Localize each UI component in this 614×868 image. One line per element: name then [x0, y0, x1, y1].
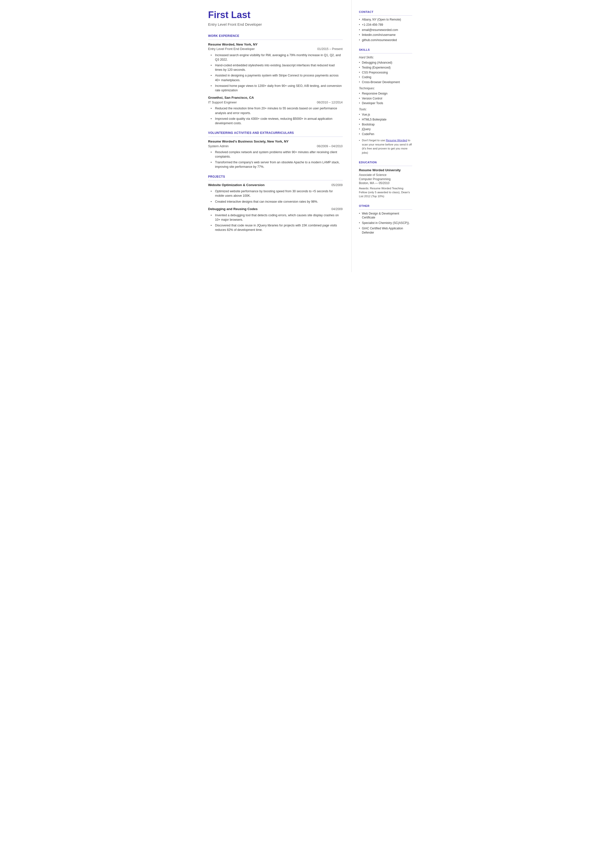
- project-1-bullets: Optimized website performance by boostin…: [208, 189, 343, 203]
- project-1-title: Website Optimization & Conversion: [208, 183, 265, 188]
- other-item: Specialist in Chemistry (SC(ASCP)).: [359, 221, 412, 225]
- project-2-title: Debugging and Reusing Codes: [208, 207, 258, 211]
- skills-label: SKILLS: [359, 48, 412, 53]
- resume-worded-link[interactable]: Resume Worded: [386, 139, 407, 142]
- skill-item: Developer Tools: [359, 101, 412, 106]
- projects-label: PROJECTS: [208, 175, 343, 181]
- contact-email: email@resumeworded.com: [359, 28, 412, 32]
- right-column: CONTACT Albany, NY (Open to Remote) +1-2…: [352, 0, 419, 272]
- other-label: OTHER: [359, 204, 412, 210]
- job-1-title-row: Entry Level Front End Developer 01/2015 …: [208, 47, 343, 51]
- job-2-date: 06/2010 – 12/2014: [317, 101, 343, 105]
- left-column: First Last Entry Level Front End Develop…: [196, 0, 352, 272]
- job-title: Entry Level Front End Developer: [208, 22, 343, 27]
- job-2-role: IT Support Engineer: [208, 100, 237, 105]
- list-item: Improved code quality via 4300+ code rev…: [211, 116, 343, 126]
- skills-section: SKILLS Hard Skills: Debugging (Advanced)…: [359, 48, 412, 155]
- skill-item: Testing (Experienced): [359, 65, 412, 70]
- vol-1-role: System Admin: [208, 144, 229, 149]
- list-item: Reduced the resolution time from 20+ min…: [211, 106, 343, 115]
- list-item: Resolved complex network and system prob…: [211, 150, 343, 159]
- contact-phone: +1-234-456-789: [359, 23, 412, 27]
- contact-linkedin: linkedin.com/in/username: [359, 33, 412, 37]
- other-section: OTHER Web Design & Development Certifica…: [359, 204, 412, 235]
- list-item: Assisted in designing a payments system …: [211, 73, 343, 82]
- contact-github: github.com/resumeworded: [359, 38, 412, 42]
- job-1-role: Entry Level Front End Developer: [208, 47, 255, 51]
- skill-item: Responsive Design: [359, 92, 412, 96]
- education-label: EDUCATION: [359, 160, 412, 166]
- vol-1-company: Resume Worded's Business Society, New Yo…: [208, 139, 343, 144]
- contact-section: CONTACT Albany, NY (Open to Remote) +1-2…: [359, 10, 412, 42]
- job-1-date: 01/2015 – Present: [317, 47, 343, 51]
- edu-location: Boston, MA — 05/2010: [359, 181, 412, 185]
- contact-location: Albany, NY (Open to Remote): [359, 17, 412, 22]
- skill-item: Vue.js: [359, 113, 412, 117]
- job-1-company: Resume Worded, New York, NY: [208, 42, 343, 47]
- skill-item: Coding: [359, 75, 412, 79]
- skill-item: Cross-Browser Development: [359, 80, 412, 84]
- work-experience-section: WORK EXPERIENCE Resume Worded, New York,…: [208, 34, 343, 126]
- list-item: Increased home page views to 1200+ daily…: [211, 84, 343, 93]
- skill-item: CSS Preprocessing: [359, 70, 412, 75]
- project-1-header: Website Optimization & Conversion 05/200…: [208, 183, 343, 188]
- job-1-bullets: Increased search engine visibility for R…: [208, 53, 343, 93]
- skill-item: Debugging (Advanced): [359, 61, 412, 65]
- list-item: Invented a debugging tool that detects c…: [211, 213, 343, 222]
- volunteering-label: VOLUNTEERING ACTIVITIES AND EXTRACURRICU…: [208, 131, 343, 137]
- tools-label: Tools:: [359, 107, 412, 112]
- list-item: Increased search engine visibility for R…: [211, 53, 343, 62]
- edu-awards: Awards: Resume Worded Teaching Fellow (o…: [359, 186, 412, 198]
- resume-page: First Last Entry Level Front End Develop…: [196, 0, 419, 272]
- vol-1-title-row: System Admin 06/2009 – 04/2010: [208, 144, 343, 149]
- education-section: EDUCATION Resume Worded University Assoc…: [359, 160, 412, 199]
- project-2-bullets: Invented a debugging tool that detects c…: [208, 213, 343, 232]
- work-experience-label: WORK EXPERIENCE: [208, 34, 343, 40]
- projects-section: PROJECTS Website Optimization & Conversi…: [208, 175, 343, 232]
- name: First Last: [208, 10, 343, 20]
- skill-item: CodePen: [359, 132, 412, 136]
- other-item: GIAC Certified Web Application Defender: [359, 227, 412, 235]
- vol-1-header: Resume Worded's Business Society, New Yo…: [208, 139, 343, 149]
- job-2-header: Growthsi, San Francisco, CA IT Support E…: [208, 96, 343, 105]
- job-2-title-row: IT Support Engineer 06/2010 – 12/2014: [208, 100, 343, 105]
- job-2-bullets: Reduced the resolution time from 20+ min…: [208, 106, 343, 126]
- hard-skills-label: Hard Skills:: [359, 56, 412, 60]
- skill-item: Bootstrap: [359, 123, 412, 127]
- skill-item: Version Control: [359, 96, 412, 101]
- edu-field: Computer Programming: [359, 177, 412, 182]
- job-1-header: Resume Worded, New York, NY Entry Level …: [208, 42, 343, 51]
- skill-item: jQuery: [359, 127, 412, 131]
- other-item: Web Design & Development Certificate: [359, 211, 412, 220]
- project-1-date: 05/2009: [331, 183, 343, 188]
- edu-school: Resume Worded University: [359, 168, 412, 172]
- techniques-label: Techniques:: [359, 86, 412, 90]
- contact-label: CONTACT: [359, 10, 412, 16]
- list-item: Created interactive designs that can inc…: [211, 199, 343, 204]
- project-2-header: Debugging and Reusing Codes 04/2009: [208, 207, 343, 211]
- list-item: Transformed the company's web server fro…: [211, 160, 343, 169]
- job-2-company: Growthsi, San Francisco, CA: [208, 96, 343, 100]
- promo-text: Don't forget to use Resume Worded to sca…: [359, 138, 412, 155]
- project-2-date: 04/2009: [331, 207, 343, 211]
- list-item: Hand-coded embedded stylesheets into exi…: [211, 63, 343, 72]
- skill-item: HTML5 Boilerplate: [359, 118, 412, 122]
- list-item: Discovered that code reuse in JQuery lib…: [211, 223, 343, 232]
- edu-degree: Associate of Science: [359, 173, 412, 177]
- list-item: Optimized website performance by boostin…: [211, 189, 343, 198]
- vol-1-bullets: Resolved complex network and system prob…: [208, 150, 343, 169]
- vol-1-date: 06/2009 – 04/2010: [317, 144, 343, 149]
- volunteering-section: VOLUNTEERING ACTIVITIES AND EXTRACURRICU…: [208, 131, 343, 169]
